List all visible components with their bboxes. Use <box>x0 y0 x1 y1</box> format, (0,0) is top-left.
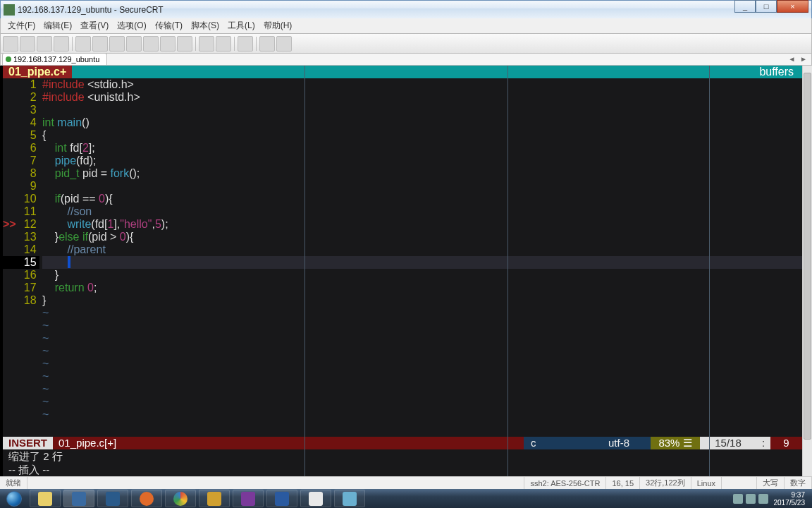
column-guide <box>304 66 305 476</box>
line-gutter: 1 2 3 4 5 6 7 8 9 10 11 >>12 13 14 15 16… <box>3 78 39 421</box>
menu-options[interactable]: 选项(O) <box>113 20 150 32</box>
menu-bar: 文件(F) 编辑(E) 查看(V) 选项(O) 传输(T) 脚本(S) 工具(L… <box>0 18 812 34</box>
task-chrome[interactable] <box>165 490 196 507</box>
toolbar <box>0 34 812 54</box>
task-app3[interactable] <box>300 490 331 507</box>
vim-file: 01_pipe.c[+] <box>53 437 122 449</box>
task-explorer[interactable] <box>30 490 61 507</box>
app-icon <box>4 4 15 16</box>
vim-percent: 83% ☰ <box>651 437 700 449</box>
menu-help[interactable]: 帮助(H) <box>259 20 297 32</box>
vim-mode: INSERT <box>3 437 53 449</box>
vim-filetype: c <box>524 437 587 449</box>
task-securecrt[interactable] <box>63 490 94 507</box>
menu-file[interactable]: 文件(F) <box>4 20 39 32</box>
tray-clock[interactable]: 9:372017/5/23 <box>770 491 810 507</box>
tray-icon[interactable] <box>733 494 743 504</box>
tool-btn[interactable] <box>37 36 52 52</box>
vim-sep: : <box>756 437 770 449</box>
tool-btn[interactable] <box>238 36 253 52</box>
tool-btn[interactable] <box>92 36 108 52</box>
task-word[interactable] <box>266 490 297 507</box>
separator <box>256 37 257 51</box>
tool-btn[interactable] <box>3 36 18 52</box>
vim-msg2: -- 插入 -- <box>8 463 792 476</box>
status-caps: 大写 <box>757 477 785 489</box>
window-titlebar: 192.168.137.129_ubuntu - SecureCRT _ □ × <box>0 0 812 18</box>
status-cursor: 16, 15 <box>606 477 640 489</box>
status-ssh: ssh2: AES-256-CTR <box>524 477 606 489</box>
vim-msg1: 缩进了 2 行 <box>8 449 792 463</box>
separator <box>195 37 196 51</box>
window-title: 192.168.137.129_ubuntu - SecureCRT <box>18 5 164 15</box>
tool-btn[interactable] <box>126 36 142 52</box>
separator <box>234 37 235 51</box>
crt-status-bar: 就绪 ssh2: AES-256-CTR 16, 15 32行,122列 Lin… <box>0 476 812 489</box>
terminal-area[interactable]: 01_pipe.c+ buffers 1 2 3 4 5 6 7 8 9 10 … <box>3 66 802 476</box>
tab-label: 192.168.137.129_ubuntu <box>13 55 99 64</box>
vim-col: 9 <box>770 437 802 449</box>
tool-btn[interactable] <box>177 36 192 52</box>
tool-btn[interactable] <box>20 36 35 52</box>
vim-msg-area: 缩进了 2 行 -- 插入 -- <box>6 449 792 476</box>
column-guide <box>508 66 508 476</box>
start-orb-icon <box>6 491 22 507</box>
tool-btn[interactable] <box>143 36 159 52</box>
session-tab-row: 192.168.137.129_ubuntu ◄ ► <box>0 54 812 66</box>
column-guide <box>709 66 710 476</box>
scroll-thumb[interactable] <box>804 73 811 440</box>
task-onenote[interactable] <box>233 490 264 507</box>
tray-icon[interactable] <box>746 494 756 504</box>
status-size: 32行,122列 <box>640 477 691 489</box>
minimize-button[interactable]: _ <box>734 0 756 13</box>
task-app[interactable] <box>97 490 128 507</box>
maximize-button[interactable]: □ <box>756 0 777 13</box>
tool-btn[interactable] <box>160 36 176 52</box>
system-tray[interactable]: 9:372017/5/23 <box>732 491 813 507</box>
status-num: 数字 <box>785 477 812 489</box>
menu-transfer[interactable]: 传输(T) <box>151 20 187 32</box>
task-firefox[interactable] <box>131 490 162 507</box>
tool-btn[interactable] <box>199 36 214 52</box>
vim-statusline: INSERT 01_pipe.c[+] c utf-8 83% ☰ 15/18 … <box>3 437 802 449</box>
menu-edit[interactable]: 编辑(E) <box>39 20 76 32</box>
separator <box>72 37 73 51</box>
vim-position: 15/18 <box>700 437 756 449</box>
vim-filename-tab: 01_pipe.c+ <box>3 66 72 78</box>
tool-btn[interactable] <box>259 36 275 52</box>
tool-btn[interactable] <box>54 36 69 52</box>
vim-topbar: 01_pipe.c+ buffers <box>3 66 802 78</box>
status-os: Linux <box>691 477 722 489</box>
vim-encoding: utf-8 <box>587 437 651 449</box>
tray-volume-icon[interactable] <box>758 494 768 504</box>
code-area[interactable]: #include <stdio.h>#include <unistd.h> in… <box>42 78 802 421</box>
start-button[interactable] <box>0 489 28 508</box>
menu-tools[interactable]: 工具(L) <box>223 20 259 32</box>
tool-btn[interactable] <box>276 36 292 52</box>
tab-nav-arrows[interactable]: ◄ ► <box>788 55 808 63</box>
menu-script[interactable]: 脚本(S) <box>187 20 223 32</box>
tool-btn[interactable] <box>75 36 91 52</box>
close-button[interactable]: × <box>777 0 808 13</box>
tool-btn[interactable] <box>109 36 125 52</box>
menu-view[interactable]: 查看(V) <box>76 20 113 32</box>
task-paint[interactable] <box>334 490 365 507</box>
connected-icon <box>6 56 11 62</box>
task-app2[interactable] <box>199 490 230 507</box>
buffers-label: buffers <box>759 66 802 78</box>
windows-taskbar: 9:372017/5/23 <box>0 489 812 508</box>
tool-btn[interactable] <box>216 36 231 52</box>
vertical-scrollbar[interactable] <box>802 66 812 476</box>
session-tab[interactable]: 192.168.137.129_ubuntu <box>2 53 107 65</box>
status-ready: 就绪 <box>0 477 27 489</box>
